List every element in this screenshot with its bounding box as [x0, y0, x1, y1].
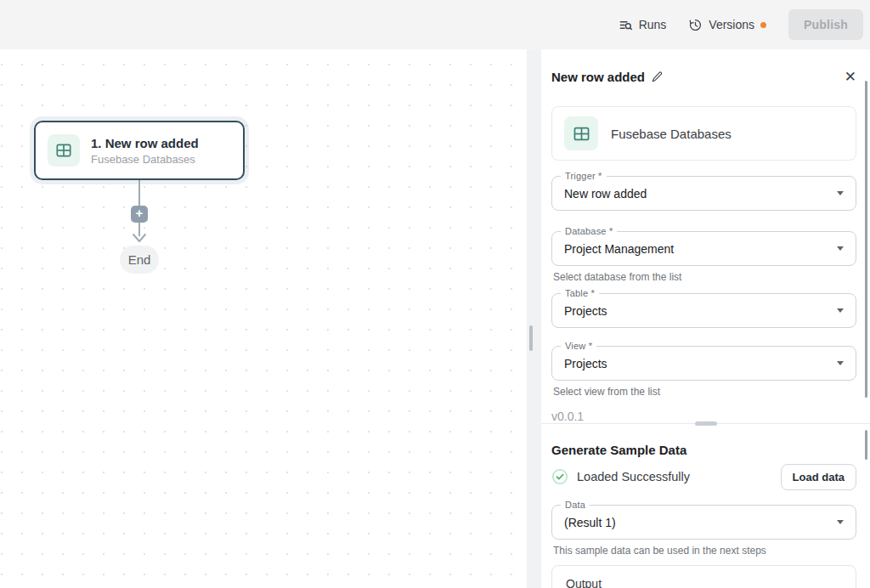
- panel-resize-handle[interactable]: [529, 325, 533, 351]
- sample-data-helper-text: This sample data can be used in the next…: [553, 545, 856, 557]
- workflow-canvas[interactable]: 1. New row added Fusebase Databases + En…: [0, 49, 527, 588]
- load-data-button[interactable]: Load data: [781, 464, 856, 490]
- fusebase-databases-table-icon: [564, 116, 598, 150]
- sample-data-select-label: Data: [561, 500, 590, 510]
- trigger-node[interactable]: 1. New row added Fusebase Databases: [34, 121, 245, 180]
- publish-button[interactable]: Publish: [788, 9, 863, 40]
- chevron-down-icon: [837, 520, 844, 524]
- unpublished-changes-dot: [760, 22, 766, 28]
- trigger-select-label: Trigger *: [561, 171, 607, 181]
- runs-label: Runs: [639, 18, 667, 31]
- sample-data-select[interactable]: Data (Result 1): [551, 505, 856, 540]
- step-config-panel: New row added ✕: [541, 49, 870, 588]
- sample-section-title: Generate Sample Data: [551, 443, 856, 457]
- database-select[interactable]: Database * Project Management: [551, 231, 856, 266]
- trigger-select[interactable]: Trigger * New row added: [551, 176, 856, 211]
- table-select[interactable]: Table * Projects: [551, 293, 856, 328]
- end-node[interactable]: End: [120, 246, 159, 274]
- top-bar: Runs Versions Publish: [0, 0, 870, 49]
- node-title: 1. New row added: [91, 135, 199, 152]
- output-label: Output: [566, 577, 602, 588]
- close-icon[interactable]: ✕: [845, 70, 856, 84]
- add-step-button[interactable]: +: [131, 206, 148, 223]
- view-select-label: View *: [561, 341, 596, 351]
- node-subtitle: Fusebase Databases: [91, 153, 199, 166]
- chevron-down-icon: [837, 191, 844, 195]
- main-area: 1. New row added Fusebase Databases + En…: [0, 49, 870, 588]
- view-helper-text: Select view from the list: [553, 386, 856, 398]
- versions-button[interactable]: Versions: [688, 18, 766, 32]
- app-card-label: Fusebase Databases: [611, 127, 732, 141]
- fusebase-databases-table-icon: [48, 134, 80, 167]
- history-icon: [688, 18, 703, 32]
- database-select-label: Database *: [561, 226, 617, 236]
- output-box[interactable]: Output: [551, 565, 856, 588]
- panel-scrollbar[interactable]: [865, 81, 867, 398]
- runs-button[interactable]: Runs: [619, 18, 667, 32]
- load-status-text: Loaded Successfully: [577, 470, 690, 483]
- runs-search-list-icon: [619, 18, 633, 32]
- app-card: Fusebase Databases: [551, 106, 856, 161]
- table-select-label: Table *: [561, 288, 599, 298]
- panel-title: New row added: [551, 70, 645, 84]
- automation-builder: Runs Versions Publish: [0, 0, 870, 588]
- edit-name-icon[interactable]: [651, 71, 664, 83]
- section-scrollbar[interactable]: [865, 430, 867, 460]
- check-circle-icon: [551, 468, 568, 485]
- trigger-config-section: New row added ✕: [541, 49, 870, 424]
- chevron-down-icon: [837, 361, 844, 365]
- versions-label: Versions: [709, 18, 754, 31]
- database-helper-text: Select database from the list: [553, 271, 856, 283]
- chevron-down-icon: [837, 246, 844, 251]
- panel-resize-gutter: [527, 49, 541, 588]
- sample-data-section: Generate Sample Data Loaded Successfully…: [541, 424, 870, 588]
- view-select[interactable]: View * Projects: [551, 346, 856, 381]
- chevron-down-icon: [837, 308, 844, 313]
